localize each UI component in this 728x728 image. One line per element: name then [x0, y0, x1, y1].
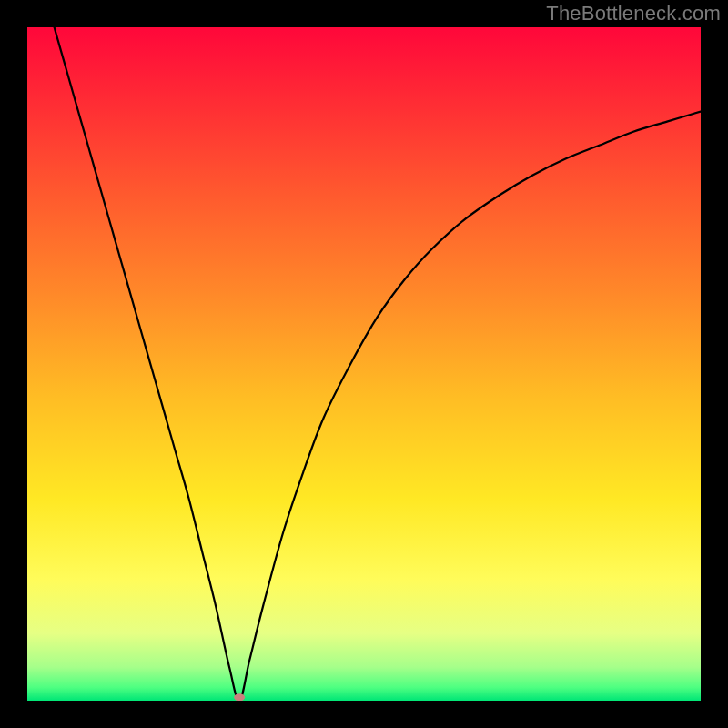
watermark-text: TheBottleneck.com [546, 2, 721, 25]
chart-frame: TheBottleneck.com [0, 0, 728, 728]
gradient-background [27, 27, 701, 701]
chart-svg [27, 27, 701, 701]
minimum-marker [234, 693, 245, 701]
plot-area [27, 27, 701, 701]
